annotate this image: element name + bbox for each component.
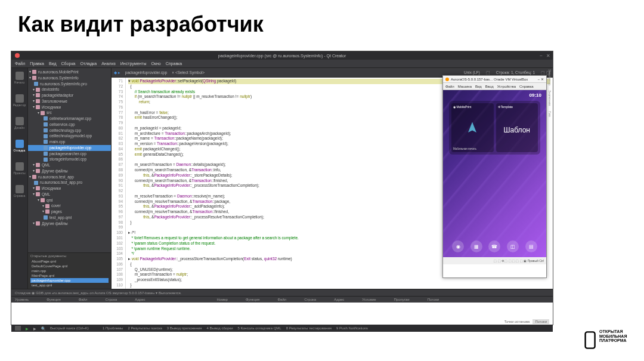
open-doc-item[interactable]: MainPage.qml (30, 273, 109, 278)
menu-help[interactable]: Справка (166, 61, 182, 66)
open-doc-item[interactable]: DefaultCoverPage.qml (30, 264, 109, 269)
menu-build[interactable]: Сборка (61, 61, 76, 66)
tree-item[interactable]: ru.auroraos.SystemInfo.pro (28, 81, 111, 87)
vbox-statusbar: ⬚ ⬚ ⚙ ⬚ ⬚ ⬚ ⬚ ⬚ ▣ Правый Ctrl (443, 257, 546, 264)
emulator-screen[interactable]: 09:10 ◉ MobilePrint Мобильная печать ⚙ T… (443, 90, 546, 257)
vbox-titlebar: AuroraOS-5.0.0.157-bas... Oracle VM Virt… (443, 76, 546, 83)
tree-item[interactable]: ▾ cover (28, 203, 111, 209)
tree-item[interactable]: ▾ ru.auroraos.SystemInfo (28, 75, 111, 81)
vbox-menu-file[interactable]: Файл (445, 85, 454, 88)
vbox-menu-view[interactable]: Вид (475, 85, 482, 88)
tree-item[interactable]: ▾ Другие файлы (28, 221, 111, 227)
vbox-menu-input[interactable]: Ввод (485, 85, 494, 88)
window-maximize-button[interactable]: ✕ (546, 53, 550, 58)
vbox-menu-help[interactable]: Справка (519, 85, 534, 88)
open-doc-item[interactable]: test_app.qml (30, 283, 109, 288)
mode-debug[interactable]: Отладка (14, 140, 26, 155)
open-doc-item[interactable]: packageinfoprovider.cpp (30, 278, 109, 283)
mode-help[interactable]: Справка (14, 185, 26, 200)
tree-item[interactable]: storageinfomodel.cpp (28, 156, 111, 162)
tree-item[interactable]: test_app.qml (28, 215, 111, 221)
svg-rect-0 (586, 332, 595, 348)
status-bar: ▶ ▶ 🔍 Быстрый поиск (Ctrl+K) 1 Проблемы2… (11, 325, 553, 332)
menu-view[interactable]: Вид (49, 61, 57, 66)
tree-item[interactable]: celltechnology.cpp (28, 128, 111, 134)
tree-item[interactable]: packagesearcher.cpp (28, 151, 111, 157)
output-pane-tab[interactable]: 9 Push Notifications (336, 326, 368, 330)
output-pane-tab[interactable]: 4 Вывод сборки (207, 326, 233, 330)
debug-panel: Отладчик ◉ GDB для «ru.auroraos.test_app… (11, 289, 553, 325)
debug-run-button[interactable]: ▶ (33, 326, 36, 331)
dock: ◉ ▦ ☎ ◫ ▤ (449, 240, 540, 254)
project-tree[interactable]: ▾ ru.auroraos.MobilePrint▾ ru.auroraos.S… (28, 68, 111, 252)
line-column-indicator: Строка: 1, Столбец: 1 (496, 70, 535, 75)
output-pane-tab[interactable]: 5 Консоль отладчика QML (238, 326, 281, 330)
tree-item[interactable]: ▾ ru.auroraos.test_app (28, 174, 111, 180)
window-minimize-button[interactable]: − (540, 53, 543, 58)
output-pane-tab[interactable]: 1 Проблемы (103, 326, 123, 330)
menu-tools[interactable]: Инструменты (120, 61, 147, 66)
tree-item[interactable]: ▾ Заголовочные (28, 98, 111, 104)
tree-item[interactable]: ru.auroraos.test_app.pro (28, 180, 111, 186)
mode-welcome[interactable]: Начало (14, 72, 26, 87)
symbol-selector[interactable]: × <Select Symbol> (172, 70, 205, 75)
open-doc-item[interactable]: AboutPage.qml (30, 259, 109, 264)
tree-item[interactable]: cellnetworkmanager.cpp (28, 116, 111, 122)
tree-item[interactable]: ▾ deviceinfo (28, 87, 111, 92)
dock-item[interactable]: ◉ (452, 240, 464, 252)
tree-item[interactable]: cellservice.cpp (28, 122, 111, 128)
omp-logo: ОТКРЫТАЯ МОБИЛЬНАЯ ПЛАТФОРМА (584, 328, 632, 352)
debug-header: Отладчик ◉ GDB для «ru.auroraos.test_app… (11, 289, 553, 297)
clock: 09:10 (530, 92, 541, 98)
dock-item[interactable]: ◫ (507, 240, 519, 252)
locator[interactable]: Быстрый поиск (Ctrl+K) (50, 326, 98, 330)
qtcreator-window: packageinfoprovider.cpp (src @ ru.aurora… (11, 51, 553, 325)
dock-item[interactable]: ▦ (470, 240, 482, 252)
output-pane-tab[interactable]: 2 Результаты поиска (128, 326, 162, 330)
run-button[interactable]: ▶ (26, 326, 29, 331)
tree-item[interactable]: ▾ src (28, 110, 111, 116)
app-cover-mobileprint[interactable]: ◉ MobilePrint Мобильная печать (451, 103, 494, 152)
tree-item[interactable]: ▾ Исходники (28, 104, 111, 110)
vbox-menubar: Файл Машина Вид Ввод Устройства Справка (443, 83, 546, 90)
tree-item[interactable]: main.cpp (28, 139, 111, 145)
threads-tab[interactable]: Потоки (532, 319, 549, 324)
window-close-button[interactable] (15, 53, 20, 58)
mode-editor[interactable]: Редактор (14, 94, 26, 110)
open-documents: Открытые документы AboutPage.qmlDefaultC… (28, 252, 111, 289)
tree-item[interactable]: ▾ pages (28, 209, 111, 215)
editor-file-tab[interactable]: packageinfoprovider.cpp (125, 70, 167, 75)
menu-debug[interactable]: Отладка (80, 61, 97, 66)
tree-item[interactable]: ▾ Другие файлы (28, 168, 111, 174)
output-pane-tab[interactable]: 8 Результаты тестирования (286, 326, 332, 330)
window-titlebar: packageinfoprovider.cpp (src @ ru.aurora… (11, 51, 553, 60)
mode-design[interactable]: Дизайн (14, 117, 26, 132)
menu-window[interactable]: Окно (151, 61, 160, 66)
output-pane-tab[interactable]: 3 Вывод приложения (167, 326, 202, 330)
tree-item[interactable]: packageinfoprovider.cpp (28, 145, 111, 151)
dock-item[interactable]: ☎ (488, 240, 500, 252)
tree-item[interactable]: ▾ Исходники (28, 186, 111, 192)
tree-item[interactable]: ▾ ru.auroraos.MobilePrint (28, 69, 111, 75)
project-sidebar: ▾ ru.auroraos.MobilePrint▾ ru.auroraos.S… (28, 68, 112, 289)
dock-item[interactable]: ▤ (525, 240, 537, 252)
encoding-indicator[interactable]: Unix (LF) (464, 70, 480, 75)
menu-edit[interactable]: Правка (30, 61, 44, 66)
open-doc-item[interactable]: main.cpp (30, 269, 109, 273)
tree-item[interactable]: ▾ qml (28, 198, 111, 203)
menu-analyze[interactable]: Анализ (101, 61, 116, 66)
mode-selector: Начало Редактор Дизайн Отладка Проекты С… (11, 68, 28, 289)
tree-item[interactable]: ▾ QML (28, 162, 111, 168)
vbox-menu-machine[interactable]: Машина (458, 85, 472, 88)
vbox-menu-devices[interactable]: Устройства (497, 85, 516, 88)
tree-item[interactable]: celltechnologymodel.cpp (28, 133, 111, 139)
app-cover-row: ◉ MobilePrint Мобильная печать ⚙ Templat… (449, 101, 540, 155)
tree-item[interactable]: ▾ QML (28, 192, 111, 198)
app-cover-template[interactable]: ⚙ Template Шаблон (496, 103, 538, 152)
vbox-icon (445, 78, 449, 81)
breakpoints-tab[interactable]: Точки останова (504, 320, 530, 323)
menu-file[interactable]: Файл (15, 61, 25, 66)
mode-projects[interactable]: Проекты (14, 162, 26, 178)
tree-item[interactable]: ▾ packagekitadaptor (28, 92, 111, 98)
slide-title: Как видит разработчик (0, 0, 644, 43)
